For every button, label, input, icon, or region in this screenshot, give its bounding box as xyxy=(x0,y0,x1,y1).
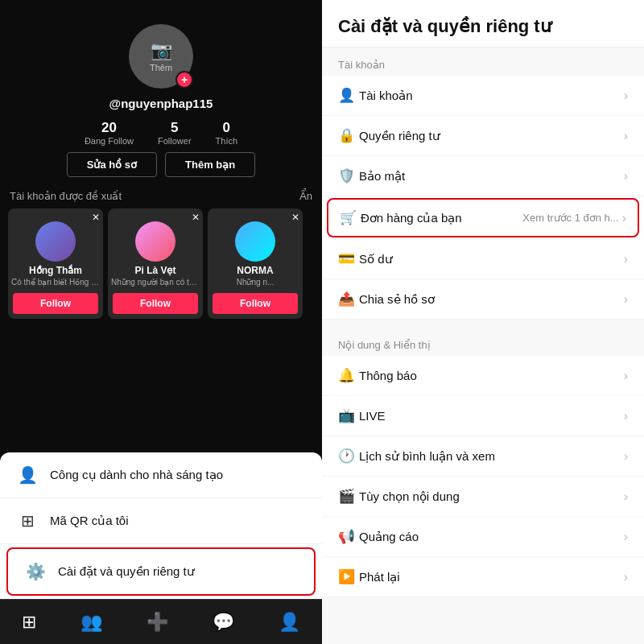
replay-icon: ▶️ xyxy=(338,568,359,585)
ads-icon: 📢 xyxy=(338,528,359,545)
settings-item-replay[interactable]: ▶️ Phát lại › xyxy=(322,557,644,597)
avatar-container[interactable]: 📷 Thêm + xyxy=(129,24,193,89)
nav-home-icon[interactable]: ⊞ xyxy=(22,612,36,633)
content-options-text: Tùy chọn nội dung xyxy=(359,489,624,504)
chevron-icon-account: › xyxy=(624,89,628,103)
settings-item-notifications[interactable]: 🔔 Thông báo › xyxy=(322,356,644,396)
account-text: Tài khoản xyxy=(359,89,624,103)
follow-button-0[interactable]: Follow xyxy=(13,293,98,314)
camera-icon: 📷 xyxy=(151,40,172,61)
follower-count: 5 xyxy=(171,120,178,136)
notifications-text: Thông báo xyxy=(359,369,624,382)
settings-item-history[interactable]: 🕐 Lịch sử bình luận và xem › xyxy=(322,436,644,477)
add-friend-button[interactable]: Thêm bạn xyxy=(165,152,255,177)
chevron-icon-share-profile: › xyxy=(624,292,628,307)
settings-item-ads[interactable]: 📢 Quảng cáo › xyxy=(322,517,644,557)
settings-item-share-profile[interactable]: 📤 Chia sẻ hồ sơ › xyxy=(322,279,644,320)
nav-add-icon[interactable]: ➕ xyxy=(147,612,168,633)
settings-item-orders[interactable]: 🛒 Đơn hàng của bạn Xem trước 1 đơn h... … xyxy=(327,198,639,237)
suggested-section: Tài khoản được đề xuất Ẩn ✕ Hồng Thắm Có… xyxy=(0,190,322,319)
qr-code-label: Mã QR của tôi xyxy=(50,514,129,528)
settings-label: Cài đặt và quyền riêng tư xyxy=(58,564,195,579)
suggested-grid: ✕ Hồng Thắm Có thể bạn biết Hồng Thắm Fo… xyxy=(8,208,314,319)
settings-item-privacy[interactable]: 🔒 Quyền riêng tư › xyxy=(322,116,644,156)
share-profile-icon: 📤 xyxy=(338,291,359,308)
profile-section: 📷 Thêm + @nguyenphap115 20 Đang Follow 5… xyxy=(0,0,322,335)
nav-inbox-icon[interactable]: 💬 xyxy=(213,612,234,633)
privacy-text: Quyền riêng tư xyxy=(359,129,624,143)
creator-tools-icon: 👤 xyxy=(16,465,39,485)
bottom-menu: 👤 Công cụ dành cho nhà sáng tạo ⊞ Mã QR … xyxy=(0,452,322,599)
card-avatar-0 xyxy=(35,221,76,262)
follower-label: Follower xyxy=(158,136,192,146)
card-desc-2: Những n... xyxy=(208,276,303,288)
chevron-icon-live: › xyxy=(624,409,628,423)
section-label-content: Nội dung & Hiển thị xyxy=(322,328,644,356)
suggested-card-2: ✕ NORMA Những n... Follow xyxy=(208,208,303,319)
stat-follower: 5 Follower xyxy=(158,120,192,146)
left-panel: 📷 Thêm + @nguyenphap115 20 Đang Follow 5… xyxy=(0,0,322,644)
settings-item-account[interactable]: 👤 Tài khoản › xyxy=(322,76,644,116)
card-name-1: Pi Là Vẹt xyxy=(108,265,203,276)
balance-text: Số dư xyxy=(359,252,624,266)
qr-code-icon: ⊞ xyxy=(16,511,39,530)
chevron-icon-replay: › xyxy=(624,570,628,584)
orders-sub: Xem trước 1 đơn h... xyxy=(522,212,618,224)
nav-friends-icon[interactable]: 👥 xyxy=(80,612,102,633)
suggested-label: Tài khoản được đề xuất xyxy=(10,190,122,202)
ads-text: Quảng cáo xyxy=(359,530,624,544)
content-options-icon: 🎬 xyxy=(338,488,359,505)
chevron-icon-security: › xyxy=(624,169,628,184)
bottom-nav: ⊞ 👥 ➕ 💬 👤 xyxy=(0,599,322,644)
settings-item-balance[interactable]: 💳 Số dư › xyxy=(322,239,644,279)
chevron-icon-balance: › xyxy=(624,252,628,266)
follow-button-2[interactable]: Follow xyxy=(213,293,298,314)
menu-item-qr-code[interactable]: ⊞ Mã QR của tôi xyxy=(0,498,322,544)
suggested-header: Tài khoản được đề xuất Ẩn xyxy=(8,190,314,202)
menu-item-settings[interactable]: ⚙️ Cài đặt và quyền riêng tư xyxy=(6,547,316,596)
live-icon: 📺 xyxy=(338,407,359,424)
settings-list-account: 👤 Tài khoản › 🔒 Quyền riêng tư › 🛡️ Bảo … xyxy=(322,76,644,320)
settings-title: Cài đặt và quyền riêng tư xyxy=(338,16,628,37)
history-text: Lịch sử bình luận và xem xyxy=(359,449,624,464)
live-text: LIVE xyxy=(359,409,624,423)
share-profile-text: Chia sẻ hồ sơ xyxy=(359,292,624,307)
close-icon-0[interactable]: ✕ xyxy=(92,212,100,223)
right-panel: Cài đặt và quyền riêng tư Tài khoản 👤 Tà… xyxy=(322,0,644,644)
avatar-label: Thêm xyxy=(150,63,172,72)
card-desc-0: Có thể bạn biết Hồng Thắm xyxy=(8,276,103,288)
following-label: Đang Follow xyxy=(85,136,134,146)
edit-profile-button[interactable]: Sửa hồ sơ xyxy=(67,152,157,177)
chevron-icon-content-options: › xyxy=(624,489,628,504)
chevron-icon-history: › xyxy=(624,449,628,464)
action-buttons: Sửa hồ sơ Thêm bạn xyxy=(67,152,255,177)
orders-text: Đơn hàng của bạn xyxy=(361,211,522,225)
settings-list-content: 🔔 Thông báo › 📺 LIVE › 🕐 Lịch sử bình lu… xyxy=(322,356,644,597)
chevron-icon-privacy: › xyxy=(624,129,628,143)
chevron-icon-ads: › xyxy=(624,530,628,544)
chevron-icon-notifications: › xyxy=(624,369,628,383)
settings-item-security[interactable]: 🛡️ Bảo mật › xyxy=(322,156,644,196)
security-icon: 🛡️ xyxy=(338,167,359,184)
privacy-icon: 🔒 xyxy=(338,127,359,144)
suggested-hide[interactable]: Ẩn xyxy=(299,190,312,202)
settings-item-live[interactable]: 📺 LIVE › xyxy=(322,396,644,436)
creator-tools-label: Công cụ dành cho nhà sáng tạo xyxy=(50,468,223,482)
section-label-account: Tài khoản xyxy=(322,47,644,76)
avatar-plus-button[interactable]: + xyxy=(175,71,193,89)
stat-likes: 0 Thích xyxy=(216,120,238,146)
nav-profile-icon[interactable]: 👤 xyxy=(279,612,300,633)
history-icon: 🕐 xyxy=(338,448,359,464)
menu-item-creator-tools[interactable]: 👤 Công cụ dành cho nhà sáng tạo xyxy=(0,452,322,498)
notifications-icon: 🔔 xyxy=(338,367,359,384)
security-text: Bảo mật xyxy=(359,169,624,184)
close-icon-2[interactable]: ✕ xyxy=(291,212,299,223)
close-icon-1[interactable]: ✕ xyxy=(192,212,200,223)
settings-item-content-options[interactable]: 🎬 Tùy chọn nội dung › xyxy=(322,477,644,517)
card-name-2: NORMA xyxy=(208,265,303,276)
suggested-card-0: ✕ Hồng Thắm Có thể bạn biết Hồng Thắm Fo… xyxy=(8,208,103,319)
stat-following: 20 Đang Follow xyxy=(85,120,134,146)
following-count: 20 xyxy=(101,120,117,136)
follow-button-1[interactable]: Follow xyxy=(113,293,198,314)
balance-icon: 💳 xyxy=(338,250,359,267)
